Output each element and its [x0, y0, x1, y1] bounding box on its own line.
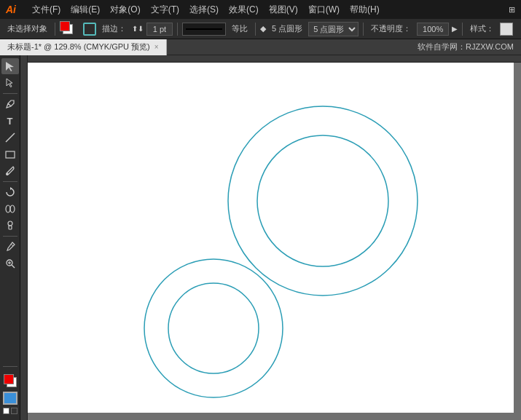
points-select[interactable]: 5 点圆形 — [308, 22, 359, 36]
large-inner-circle[interactable] — [257, 135, 388, 266]
stroke-label: 描边： — [99, 22, 129, 36]
style-label: 样式： — [467, 22, 497, 36]
svg-line-10 — [12, 265, 15, 268]
svg-line-8 — [11, 244, 13, 246]
menu-object[interactable]: 对象(O) — [106, 2, 144, 17]
tool-sep-3 — [3, 236, 17, 237]
tool-sep-1 — [3, 93, 17, 94]
svg-point-4 — [6, 205, 10, 213]
eyedropper-tool-btn[interactable] — [1, 239, 19, 255]
tab-title: 未标题-1* @ 129.8% (CMYK/GPU 预览) — [7, 41, 150, 52]
divider-5 — [462, 23, 463, 36]
divider-2 — [177, 23, 178, 36]
tool-sep-2 — [3, 181, 17, 182]
app-logo: Ai — [6, 4, 16, 15]
rotate-tool-btn[interactable] — [1, 184, 19, 200]
black-swatch[interactable] — [11, 408, 17, 414]
stroke-stepper[interactable]: ⬆⬇ — [132, 25, 144, 33]
large-outer-circle[interactable] — [228, 106, 418, 296]
divider-4 — [363, 23, 364, 36]
active-fill-indicator[interactable] — [3, 392, 17, 405]
menu-window[interactable]: 窗口(W) — [304, 2, 344, 17]
canvas-area[interactable] — [20, 55, 521, 420]
small-outer-circle[interactable] — [144, 259, 283, 397]
menu-bar: 文件(F) 编辑(E) 对象(O) 文字(T) 选择(S) 效果(C) 视图(V… — [28, 2, 500, 17]
svg-rect-7 — [9, 226, 12, 229]
none-color-switches — [3, 408, 17, 414]
diamond-icon: ◆ — [260, 24, 266, 33]
symbol-tool-btn[interactable] — [1, 218, 19, 234]
menu-edit[interactable]: 编辑(E) — [66, 2, 104, 17]
svg-line-0 — [6, 133, 15, 142]
stroke-line — [186, 28, 222, 30]
points-label: 5 点圆形 — [269, 22, 305, 36]
opacity-expand[interactable]: ▶ — [452, 25, 458, 33]
small-inner-circle[interactable] — [168, 283, 259, 373]
tab-close-button[interactable]: × — [154, 43, 159, 51]
paintbrush-tool-btn[interactable] — [1, 163, 19, 179]
divider-1 — [55, 23, 55, 36]
selection-label: 未选择对象 — [4, 22, 50, 36]
fill-stroke-colors[interactable] — [60, 21, 80, 37]
direct-selection-tool-btn[interactable] — [1, 75, 19, 91]
tab-watermark: 软件自学网：RJZXW.COM — [167, 41, 521, 52]
color-swatches — [2, 365, 18, 417]
document-tab[interactable]: 未标题-1* @ 129.8% (CMYK/GPU 预览) × — [0, 39, 167, 55]
svg-point-6 — [8, 221, 12, 226]
menu-select[interactable]: 选择(S) — [185, 2, 223, 17]
menu-file[interactable]: 文件(F) — [28, 2, 65, 17]
tool-sep-4 — [3, 366, 17, 367]
stroke-icon — [83, 23, 96, 36]
title-bar: Ai 文件(F) 编辑(E) 对象(O) 文字(T) 选择(S) 效果(C) 视… — [0, 0, 521, 19]
white-swatch[interactable] — [3, 408, 9, 414]
opacity-input[interactable] — [417, 23, 449, 36]
menu-text[interactable]: 文字(T) — [146, 2, 184, 17]
tab-bar: 未标题-1* @ 129.8% (CMYK/GPU 预览) × 软件自学网：RJ… — [0, 39, 521, 55]
rectangle-tool-btn[interactable] — [1, 146, 19, 162]
svg-point-2 — [6, 173, 8, 175]
blend-tool-btn[interactable] — [1, 201, 19, 217]
type-tool-btn[interactable]: T — [1, 113, 19, 129]
opacity-label: 不透明度： — [368, 22, 414, 36]
menu-view[interactable]: 视图(V) — [265, 2, 302, 17]
svg-rect-1 — [6, 151, 15, 158]
zoom-tool-btn[interactable] — [1, 255, 19, 272]
canvas-svg — [20, 55, 521, 420]
style-preview[interactable] — [500, 23, 513, 36]
stroke-style-preview[interactable] — [182, 23, 226, 36]
left-toolbar: T — [0, 55, 20, 420]
layout-button[interactable]: ⊞ — [509, 5, 515, 15]
pen-tool-btn[interactable] — [1, 96, 19, 112]
fill-stroke-swatch[interactable] — [2, 373, 18, 389]
menu-effect[interactable]: 效果(C) — [224, 2, 263, 17]
svg-point-5 — [10, 205, 15, 213]
stroke-color[interactable] — [60, 21, 70, 31]
options-toolbar: 未选择对象 描边： ⬆⬇ 等比 ◆ 5 点圆形 5 点圆形 不透明度： ▶ 样式… — [0, 19, 521, 39]
ratio-label: 等比 — [229, 22, 251, 36]
line-tool-btn[interactable] — [1, 130, 19, 146]
selection-tool-btn[interactable] — [1, 58, 19, 74]
main-area: T — [0, 55, 521, 420]
menu-help[interactable]: 帮助(H) — [345, 2, 384, 17]
stroke-swatch — [4, 374, 14, 384]
stroke-value-input[interactable] — [146, 23, 173, 36]
divider-3 — [255, 23, 256, 36]
